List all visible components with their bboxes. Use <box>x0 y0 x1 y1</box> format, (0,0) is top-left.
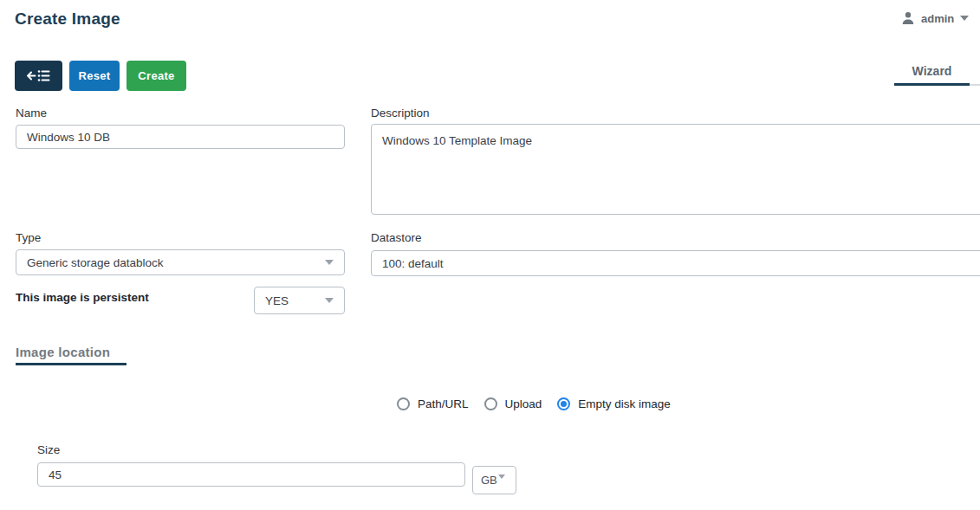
tab-wizard-underline <box>894 83 970 86</box>
persistent-select[interactable]: YES <box>254 287 345 314</box>
description-textarea[interactable]: Windows 10 Template Image <box>371 124 980 215</box>
type-select-caret-icon <box>325 260 334 265</box>
tab-wizard[interactable]: Wizard <box>894 64 970 78</box>
page-title: Create Image <box>15 10 120 29</box>
image-location-underline <box>16 363 127 365</box>
user-icon <box>901 11 915 25</box>
type-select-value: Generic storage datablock <box>27 256 164 269</box>
create-button[interactable]: Create <box>127 61 186 91</box>
name-input[interactable] <box>16 125 345 149</box>
radio-path-url[interactable]: Path/URL <box>397 397 469 410</box>
toolbar: Reset Create <box>15 61 186 91</box>
back-to-list-icon <box>27 69 50 82</box>
datastore-select[interactable]: 100: default <box>371 250 980 276</box>
size-unit-select[interactable]: GB <box>472 466 516 494</box>
datastore-label: Datastore <box>371 231 422 244</box>
size-unit-value: GB <box>481 474 497 487</box>
persistent-select-value: YES <box>265 294 289 307</box>
description-label: Description <box>371 107 430 119</box>
back-to-list-button[interactable] <box>15 61 62 91</box>
name-label: Name <box>16 107 47 119</box>
datastore-select-value: 100: default <box>382 257 444 270</box>
type-label: Type <box>16 231 41 244</box>
radio-empty-disk-image-label: Empty disk image <box>578 397 671 410</box>
create-image-page: Create Image admin <box>0 0 980 510</box>
persistent-select-caret-icon <box>325 298 334 303</box>
type-select[interactable]: Generic storage datablock <box>16 249 345 275</box>
image-location-title: Image location <box>16 345 110 359</box>
image-location-radio-group: Path/URL Upload Empty disk image <box>397 397 671 410</box>
radio-empty-disk-image-icon[interactable] <box>557 397 570 410</box>
size-input[interactable] <box>37 462 465 487</box>
tab-bar-border <box>970 84 980 86</box>
size-unit-caret-icon <box>498 474 505 479</box>
user-caret-icon <box>960 16 969 21</box>
radio-upload[interactable]: Upload <box>484 397 542 410</box>
user-menu[interactable]: admin <box>901 11 969 25</box>
size-label: Size <box>37 443 60 456</box>
radio-upload-icon[interactable] <box>484 397 497 410</box>
user-name: admin <box>921 12 954 25</box>
reset-button[interactable]: Reset <box>69 61 120 91</box>
radio-path-url-icon[interactable] <box>397 397 410 410</box>
radio-path-url-label: Path/URL <box>418 397 469 410</box>
radio-empty-disk-image[interactable]: Empty disk image <box>557 397 671 410</box>
persistent-label: This image is persistent <box>16 291 149 304</box>
radio-upload-label: Upload <box>505 397 542 410</box>
